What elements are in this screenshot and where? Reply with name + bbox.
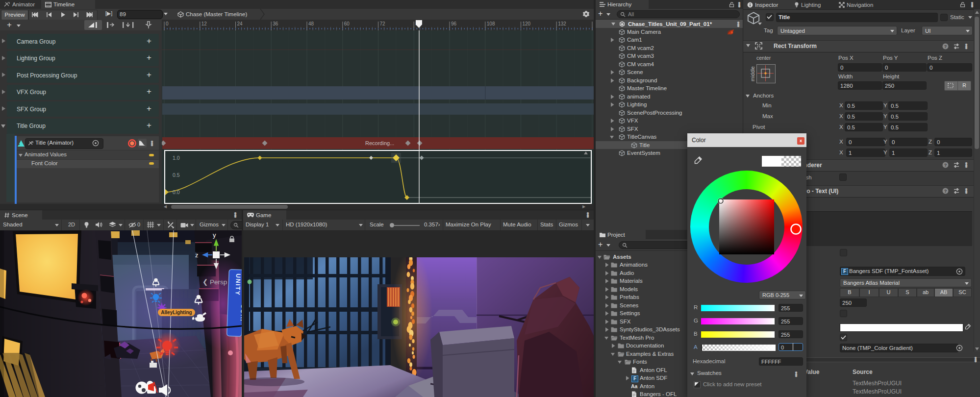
svg-text:Recording...: Recording... bbox=[365, 140, 394, 146]
svg-text:96: 96 bbox=[451, 21, 457, 26]
svg-text:36: 36 bbox=[273, 21, 278, 26]
svg-text:?: ? bbox=[944, 163, 947, 168]
svg-text:?: ? bbox=[944, 44, 947, 49]
svg-text:1.0: 1.0 bbox=[173, 155, 180, 161]
svg-text:UNITY: UNITY bbox=[234, 273, 242, 296]
svg-text:y: y bbox=[213, 231, 216, 239]
svg-text:24: 24 bbox=[237, 21, 243, 26]
svg-text:108: 108 bbox=[487, 21, 495, 26]
svg-text:0.0: 0.0 bbox=[173, 189, 180, 195]
svg-text:72: 72 bbox=[380, 21, 386, 26]
svg-text:132: 132 bbox=[558, 21, 566, 26]
svg-text:0.5: 0.5 bbox=[173, 172, 180, 178]
svg-text:z: z bbox=[195, 251, 199, 259]
svg-text:12: 12 bbox=[201, 21, 207, 26]
svg-text:?: ? bbox=[944, 189, 947, 194]
svg-text:0: 0 bbox=[166, 21, 169, 26]
svg-text:48: 48 bbox=[308, 21, 314, 26]
svg-text:60: 60 bbox=[344, 21, 350, 26]
svg-text:AlleyLighting: AlleyLighting bbox=[161, 310, 192, 315]
svg-text:120: 120 bbox=[523, 21, 531, 26]
svg-text:❮ Persp: ❮ Persp bbox=[202, 278, 227, 286]
